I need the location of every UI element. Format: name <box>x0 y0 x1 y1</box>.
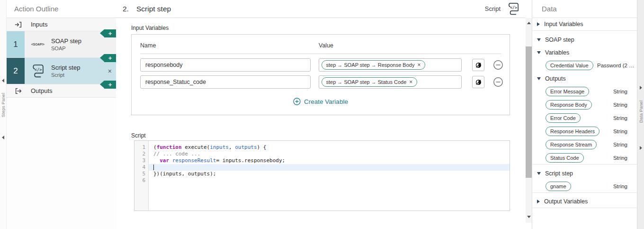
scrollbar-thumb[interactable] <box>526 46 532 178</box>
tree-group-label: Script step <box>545 170 573 177</box>
remove-row-button[interactable] <box>492 59 504 71</box>
code-line[interactable]: var responseResult= inputs.responsebody; <box>149 157 510 164</box>
data-tree: Input VariablesSOAP stepVariablesCredent… <box>532 18 637 208</box>
variable-name-input[interactable] <box>140 58 311 72</box>
scroll-up-icon[interactable] <box>527 22 531 24</box>
minus-circle-icon <box>493 77 503 87</box>
data-pill[interactable]: Credential Value <box>546 61 593 70</box>
variable-value-field[interactable]: step → SOAP step → Response Body × <box>319 58 462 72</box>
toggle-pill-view-button[interactable] <box>472 76 484 88</box>
data-tree-group-row[interactable]: Outputs <box>532 72 637 85</box>
step-subtitle: SOAP <box>51 46 81 51</box>
data-panel-strip-label: Data Panel <box>638 101 644 123</box>
delete-step-icon[interactable]: × <box>108 67 112 75</box>
vertical-scrollbar[interactable] <box>526 18 532 223</box>
data-pill[interactable]: gname <box>546 182 571 191</box>
remove-row-button[interactable] <box>492 76 504 88</box>
pill-remove-icon[interactable]: × <box>409 79 412 85</box>
pill-type-label: String <box>613 115 637 121</box>
collapse-icon[interactable] <box>537 77 541 80</box>
data-pill[interactable]: Response Stream <box>546 140 597 149</box>
collapse-icon[interactable] <box>537 38 541 41</box>
create-variable-label: Create Variable <box>304 98 348 105</box>
tree-group-label: SOAP step <box>545 37 574 43</box>
collapse-right-icon[interactable] <box>640 146 642 150</box>
data-tree-group-row[interactable]: Output Variables <box>532 195 637 208</box>
pill-type-label: String <box>613 142 637 147</box>
create-variable-button[interactable]: Create Variable <box>132 98 510 105</box>
expand-icon[interactable] <box>537 200 540 203</box>
data-pill[interactable]: Error Code <box>546 113 581 123</box>
data-tree-pill-row[interactable]: Error MessageString <box>532 85 637 98</box>
data-tree-group-row[interactable]: Script step <box>532 167 637 180</box>
script-section-label: Script <box>131 132 146 139</box>
plus-circle-icon <box>293 98 301 105</box>
code-line[interactable] <box>149 177 510 184</box>
script-code-editor[interactable]: 123456 (function execute(inputs, outputs… <box>134 140 510 211</box>
pill-toggle-icon <box>474 61 483 69</box>
data-tree-pill-row[interactable]: gnameString <box>532 180 637 193</box>
variable-value-field[interactable]: step → SOAP step → Status Code × <box>319 75 462 89</box>
outputs-icon <box>14 87 24 95</box>
data-pill[interactable]: step → SOAP step → Response Body × <box>322 60 426 70</box>
code-line[interactable]: // ... code ... <box>149 151 510 157</box>
data-tree-group-row[interactable]: Input Variables <box>532 18 637 31</box>
step-subtitle: Script <box>51 72 80 78</box>
pill-remove-icon[interactable]: × <box>417 62 420 68</box>
data-tree-pill-row[interactable]: Status CodeString <box>532 151 637 165</box>
data-pill[interactable]: Error Message <box>546 87 589 96</box>
data-tree-pill-row[interactable]: Response HeadersString <box>532 125 637 138</box>
input-variables-section-label: Input Variables <box>131 25 169 31</box>
toggle-pill-view-button[interactable] <box>472 59 484 71</box>
input-variable-row: step → SOAP step → Status Code × <box>140 75 504 89</box>
pill-type-label: String <box>613 89 637 94</box>
data-pill[interactable]: Response Headers <box>546 127 599 136</box>
inputs-icon <box>14 20 24 29</box>
scroll-down-icon[interactable] <box>527 216 531 218</box>
pill-type-label: String <box>613 155 637 161</box>
code-line[interactable] <box>149 164 510 171</box>
collapse-icon[interactable] <box>537 172 541 175</box>
code-line[interactable]: })(inputs, outputs); <box>149 171 510 177</box>
script-scroll-icon: </> <box>506 1 521 17</box>
plus-icon: + <box>104 29 116 37</box>
tree-group-label: Outputs <box>545 75 566 82</box>
data-pill[interactable]: Status Code <box>546 153 584 163</box>
line-number-gutter: 123456 <box>134 141 149 211</box>
step-title: Script step <box>51 64 80 71</box>
input-variable-row: step → SOAP step → Response Body × <box>140 58 504 72</box>
script-scroll-icon: </> <box>30 63 46 80</box>
variable-name-input[interactable] <box>140 75 311 89</box>
plus-icon: + <box>104 81 116 89</box>
code-line[interactable]: (function execute(inputs, outputs) { <box>149 144 510 151</box>
steps-panel-collapse-strip[interactable]: Steps Panel <box>0 0 7 229</box>
add-step-button[interactable]: + <box>100 54 116 62</box>
collapse-right-icon[interactable] <box>640 86 642 90</box>
add-step-button[interactable]: + <box>100 81 116 89</box>
data-pill[interactable]: step → SOAP step → Status Code × <box>322 77 418 87</box>
tree-group-label: Variables <box>545 49 569 56</box>
data-tree-pill-row[interactable]: Credential ValuePassword (2 … <box>532 59 637 72</box>
data-tree-group-row[interactable]: Variables <box>532 46 637 59</box>
minus-circle-icon <box>493 60 503 70</box>
app-window: Steps Panel Action Outline Inputs 1 <SOA… <box>0 0 644 229</box>
step-number-badge: 2 <box>7 58 25 84</box>
outputs-label: Outputs <box>31 87 53 94</box>
step-editor-panel: 2. Script step Script </> Input Variable… <box>116 0 526 229</box>
collapse-icon[interactable] <box>537 51 541 54</box>
data-panel-collapse-strip[interactable]: Data Panel <box>637 0 644 229</box>
data-tree-pill-row[interactable]: Response BodyString <box>532 98 637 111</box>
line-number: 1 <box>134 144 145 151</box>
expand-icon[interactable] <box>537 22 540 26</box>
column-header-value: Value <box>319 42 333 49</box>
code-area[interactable]: (function execute(inputs, outputs) {// .… <box>149 141 510 211</box>
collapse-left-icon[interactable] <box>2 79 4 82</box>
data-pill[interactable]: Response Body <box>546 100 592 110</box>
page-title: Script step <box>136 5 171 13</box>
add-step-button[interactable]: + <box>100 29 116 37</box>
data-tree-pill-row[interactable]: Response StreamString <box>532 138 637 151</box>
data-tree-pill-row[interactable]: Error CodeString <box>532 111 637 125</box>
collapse-left-icon[interactable] <box>2 136 4 139</box>
data-tree-group-row[interactable]: SOAP step <box>532 33 637 46</box>
step-type-label: Script <box>485 5 501 12</box>
